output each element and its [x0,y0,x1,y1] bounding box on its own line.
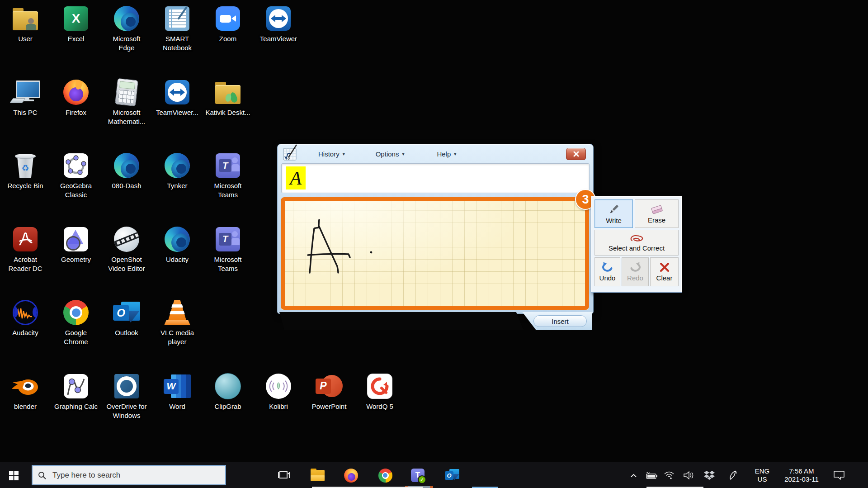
clear-button[interactable]: Clear [650,257,679,286]
desktop-icon-label: blender [3,402,48,411]
redo-button[interactable]: Redo [622,257,649,286]
desktop-icon-080-dash[interactable]: 080-Dash [104,152,149,190]
recognized-character: A [286,166,306,190]
search-input[interactable] [52,470,203,480]
desktop-icon-teamviewer[interactable]: TeamViewer [256,5,301,43]
redo-icon [629,262,641,273]
select-and-correct-button[interactable]: Select and Correct [594,230,679,256]
desktop-icon-clipgrab[interactable]: ClipGrab [205,372,250,411]
desktop-icon-graphing-calc[interactable]: Graphing Calc [53,372,99,411]
desktop-icon-label: OverDrive for Windows [104,402,149,420]
desktop-icon-word[interactable]: WWord [155,372,200,411]
desktop-icon-teamviewer[interactable]: TeamViewer... [155,78,200,117]
desktop-icon-acrobat-reader-dc[interactable]: Acrobat Reader DC [3,225,48,273]
teamviewer-icon [264,5,292,33]
edge-icon [163,152,191,180]
menu-options[interactable]: Options ▾ [372,148,408,160]
dropbox-tray-button[interactable] [701,462,718,488]
desktop-icon-user[interactable]: User [3,5,48,43]
desktop-icon-geogebra-classic[interactable]: GeoGebra Classic [53,152,99,199]
desktop-icon-label: Tynker [155,181,200,190]
erase-tool-button[interactable]: Erase [635,199,679,228]
undo-button[interactable]: Undo [594,257,620,286]
active-app-button[interactable] [472,462,497,488]
desktop-icon-label: Recycle Bin [3,181,48,190]
desktop-icon-geometry[interactable]: Geometry [53,225,99,264]
desktop-icon-label: TeamViewer... [155,108,200,117]
desktop-icon-kativik-deskt[interactable]: Kativik Deskt... [205,78,250,117]
tray-chevron-button[interactable] [627,462,639,488]
acrobat-icon [11,225,39,253]
menu-help[interactable]: Help ▾ [433,148,460,160]
clock[interactable]: 7:56 AM 2021-03-11 [777,462,826,488]
desktop-icon-blender[interactable]: blender [3,372,48,411]
battery-tray-button[interactable] [644,462,659,488]
wifi-tray-button[interactable] [661,462,677,488]
desktop-icon-overdrive-for-windows[interactable]: OverDrive for Windows [104,372,149,420]
wifi-icon [664,471,675,479]
desktop-icon-audacity[interactable]: Audacity [3,298,48,337]
window-shadow [279,312,524,330]
undo-icon [602,262,613,273]
desktop-icon-this-pc[interactable]: This PC [3,78,48,117]
writing-area[interactable] [281,198,589,310]
excel-icon: X [62,5,90,33]
desktop-icon-udacity[interactable]: Udacity [155,225,200,264]
desktop-icon-firefox[interactable]: Firefox [53,78,99,117]
language-indicator[interactable]: ENG US [750,462,774,488]
desktop-icon-vlc-media-player[interactable]: VLC media player [155,298,200,346]
desktop-icon-openshot-video-editor[interactable]: OpenShot Video Editor [104,225,149,273]
task-view-button[interactable] [273,462,295,488]
windows-logo-icon [9,471,19,480]
chevron-down-icon: ▾ [343,152,345,156]
desktop-icon-label: Microsoft Teams [205,255,250,273]
volume-tray-button[interactable] [680,462,697,488]
desktop-icon-wordq-5[interactable]: WordQ 5 [357,372,402,411]
speaker-icon [683,471,694,480]
titlebar[interactable]: History ▾ Options ▾ Help ▾ [278,144,593,163]
firefox-icon [62,78,90,106]
dropbox-icon [704,470,715,480]
desktop-icon-microsoft-teams[interactable]: TMicrosoft Teams [205,152,250,199]
taskbar-search[interactable] [32,465,226,485]
desktop-icon-tynker[interactable]: Tynker [155,152,200,190]
select-and-correct-label: Select and Correct [609,244,665,252]
windows-ink-tray-button[interactable] [724,462,742,488]
action-center-icon [833,470,845,480]
firefox-taskbar-button[interactable] [340,462,362,488]
teams-taskbar-button[interactable]: T ✓ [407,462,429,488]
undo-label: Undo [599,274,616,282]
desktop-icon-label: TeamViewer [256,34,301,43]
wordq-icon [366,372,394,400]
desktop-icon-microsoft-edge[interactable]: Microsoft Edge [104,5,149,52]
action-center-button[interactable] [830,462,848,488]
chevron-down-icon: ▾ [454,152,456,156]
smart-notebook-icon [163,5,191,33]
outlook-taskbar-button[interactable]: O [441,462,463,488]
close-button[interactable] [566,148,586,160]
desktop-icon-google-chrome[interactable]: Google Chrome [53,298,99,346]
desktop-icon-excel[interactable]: XExcel [53,5,99,43]
desktop-icon-smart-notebook[interactable]: SMART Notebook [155,5,200,52]
audacity-icon [11,298,39,327]
chrome-taskbar-button[interactable] [374,462,396,488]
insert-button[interactable]: Insert [533,315,587,327]
write-tool-button[interactable]: Write [594,199,633,228]
desktop-icon-label: 080-Dash [104,181,149,190]
desktop-icon-zoom[interactable]: Zoom [205,5,250,43]
menu-history[interactable]: History ▾ [315,148,349,160]
desktop-icon-outlook[interactable]: OOutlook [104,298,149,337]
teams-available-badge: ✓ [418,475,426,484]
desktop-icon-microsoft-mathemati[interactable]: Microsoft Mathemati... [104,78,149,126]
kolibri-icon [264,372,292,400]
desktop-icon-powerpoint[interactable]: PPowerPoint [307,372,352,411]
start-button[interactable] [0,462,27,488]
desktop-icon-label: OpenShot Video Editor [104,255,149,273]
desktop-icon-label: Kativik Deskt... [205,108,250,117]
file-explorer-button[interactable] [307,462,328,488]
desktop-icon-recycle-bin[interactable]: ♻Recycle Bin [3,152,48,190]
desktop-icon-microsoft-teams[interactable]: TMicrosoft Teams [205,225,250,273]
chrome-icon [378,469,392,483]
chrome-icon [62,298,90,327]
desktop-icon-kolibri[interactable]: Kolibri [256,372,301,411]
